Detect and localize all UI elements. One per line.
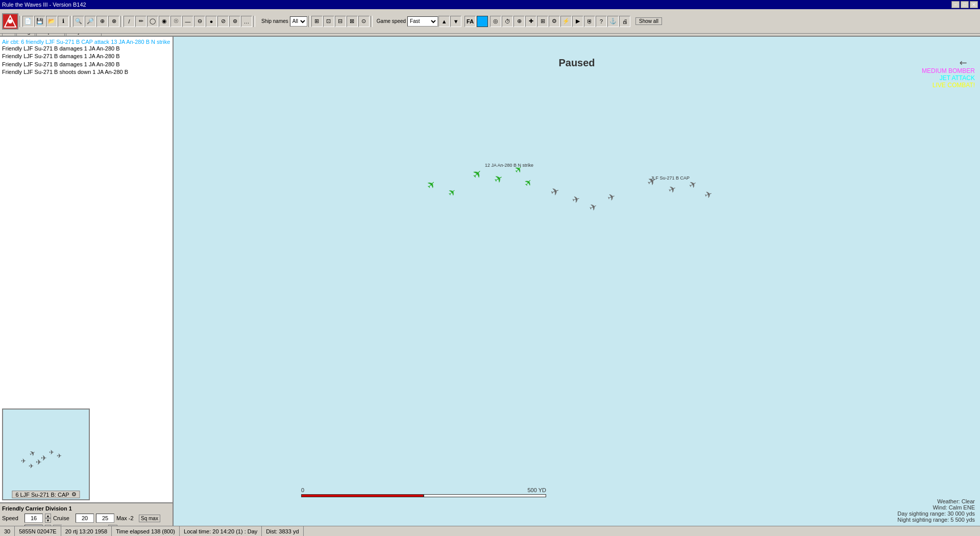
show-all-section: Show all xyxy=(635,17,662,25)
coords-segment: 5855N 02047E xyxy=(15,526,61,536)
svg-text:✈: ✈ xyxy=(549,185,561,198)
view4-button[interactable]: ⊠ xyxy=(347,16,358,27)
mini-map-label: 6 LJF Su-271 B: CAP ⚙ xyxy=(12,491,80,498)
window-controls: − □ ✕ xyxy=(951,1,978,8)
view3-button[interactable]: ⊟ xyxy=(335,16,346,27)
speed-down-button[interactable]: ▼ xyxy=(450,16,461,27)
mini-map-settings-icon[interactable]: ⚙ xyxy=(71,491,77,498)
draw2-button[interactable]: ✏ xyxy=(135,16,146,27)
cog-button[interactable]: ⚙ xyxy=(549,16,560,27)
draw7-button[interactable]: ⊖ xyxy=(194,16,205,27)
sep1 xyxy=(19,16,21,27)
sep2 xyxy=(70,16,72,27)
lightning-button[interactable]: ⚡ xyxy=(560,16,572,27)
max-input[interactable] xyxy=(96,514,114,523)
draw10-button[interactable]: ⊛ xyxy=(229,16,240,27)
print-button[interactable]: 🖨 xyxy=(619,16,630,27)
scale-line xyxy=(301,494,546,497)
info-button[interactable]: ℹ xyxy=(58,16,69,27)
local-time-segment: Local time: 20 14:20 (1) : Day xyxy=(180,526,262,536)
paused-indicator: Paused xyxy=(558,57,595,69)
svg-text:✈: ✈ xyxy=(424,177,438,192)
date-time: 20 rtj 13:20 1958 xyxy=(65,528,108,534)
distance-segment: Dist: 3833 yd xyxy=(262,526,303,536)
new-button[interactable]: 📄 xyxy=(22,16,34,27)
anchor-button[interactable]: ⚓ xyxy=(607,16,619,27)
show-all-button[interactable]: Show all xyxy=(635,17,662,25)
view2-button[interactable]: ⊡ xyxy=(323,16,334,27)
draw8-button[interactable]: ● xyxy=(206,16,217,27)
zoom-in-button[interactable]: 🔍 xyxy=(73,16,84,27)
game-speed-select[interactable]: Fast xyxy=(407,16,438,27)
fa-button[interactable]: FA xyxy=(464,16,476,27)
close-button[interactable]: ✕ xyxy=(970,1,978,8)
zoom-reset-button[interactable]: ⊕ xyxy=(96,16,108,27)
open-button[interactable]: 📂 xyxy=(46,16,57,27)
ship-names-label: Ship names xyxy=(261,18,288,24)
view5-button[interactable]: ⊙ xyxy=(358,16,370,27)
medium-bomber-label: MEDIUM BOMBER xyxy=(922,67,975,74)
cross-button[interactable]: ✚ xyxy=(525,16,536,27)
sep4 xyxy=(253,16,255,27)
app-logo xyxy=(2,13,18,30)
svg-text:✈: ✈ xyxy=(36,458,42,466)
minimize-button[interactable]: − xyxy=(951,1,960,8)
shield-button[interactable]: ⛨ xyxy=(584,16,595,27)
draw3-button[interactable]: ◯ xyxy=(147,16,158,27)
maximize-button[interactable]: □ xyxy=(961,1,969,8)
turn-number: 30 xyxy=(4,528,10,534)
log-entry-4: Friendly LJF Su-271 B shoots down 1 JA A… xyxy=(2,68,170,76)
draw6-button[interactable]: — xyxy=(182,16,193,27)
ship-names-select[interactable]: All xyxy=(290,16,307,27)
view1-button[interactable]: ⊞ xyxy=(311,16,323,27)
cruise-input[interactable] xyxy=(76,514,94,523)
zoom-out-button[interactable]: 🔎 xyxy=(85,16,96,27)
game-speed-section: Game speed Fast ▲ ▼ xyxy=(376,16,461,27)
grid-button[interactable]: ⊞ xyxy=(537,16,548,27)
coordinates: 5855N 02047E xyxy=(19,528,56,534)
game-map[interactable]: Paused ↙ MEDIUM BOMBER JET ATTACK LIVE C… xyxy=(174,37,980,536)
help-button[interactable]: ? xyxy=(596,16,607,27)
datetime-segment: 20 rtj 13:20 1958 xyxy=(61,526,112,536)
local-time: Local time: 20 14:20 (1) : Day xyxy=(184,528,257,534)
weather-panel: Weather: Clear Wind: Calm ENE Day sighti… xyxy=(897,498,975,523)
turn-segment: 30 xyxy=(0,526,15,536)
target-button[interactable]: ⊗ xyxy=(108,16,119,27)
elapsed-segment: Time elapsed 138 (800) xyxy=(112,526,180,536)
log-entry-2: Friendly LJF Su-271 B damages 1 JA An-28… xyxy=(2,53,170,60)
draw5-button[interactable]: ☉ xyxy=(170,16,182,27)
scale-500yd: 500 YD xyxy=(528,487,547,493)
gray-aircraft-group: ✈ ✈ ✈ ✈ ✈ ✈ ✈ ✈ JLF Su-271 B CAP xyxy=(549,174,714,214)
game-speed-label: Game speed xyxy=(377,18,406,24)
mini-map[interactable]: ✈ ✈ ✈ ✈ ✈ ✈ ✈ 6 LJF Su-271 B: CAP ⚙ xyxy=(2,409,90,500)
draw1-button[interactable]: / xyxy=(124,16,135,27)
log-area: Air cbt: 6 friendly LJF Su-271 B CAP att… xyxy=(0,37,173,272)
color-button[interactable] xyxy=(477,16,488,27)
file-buttons: 📄 💾 📂 ℹ xyxy=(22,16,69,27)
svg-text:✈: ✈ xyxy=(606,191,617,203)
play-button[interactable]: ▶ xyxy=(572,16,583,27)
svg-text:✈: ✈ xyxy=(49,449,54,456)
save-button[interactable]: 💾 xyxy=(34,16,45,27)
title-bar: Rule the Waves III - Version B142 − □ ✕ xyxy=(0,0,980,9)
view-buttons: ⊞ ⊡ ⊟ ⊠ ⊙ xyxy=(311,16,370,27)
circle-button[interactable]: ◎ xyxy=(490,16,501,27)
live-combat-label: LIVE COMBAT! xyxy=(922,82,975,89)
day-sighting-label: Day sighting range: 30 000 yds xyxy=(897,511,975,517)
draw4-button[interactable]: ◉ xyxy=(159,16,170,27)
speed-up-btn[interactable]: ▲ xyxy=(45,514,51,518)
sep6 xyxy=(371,16,373,27)
speed-up-button[interactable]: ▲ xyxy=(438,16,450,27)
sep3 xyxy=(120,16,122,27)
scale-zero: 0 xyxy=(301,487,304,493)
distance: Dist: 3833 yd xyxy=(266,528,299,534)
clock-button[interactable]: ⏱ xyxy=(502,16,513,27)
night-sighting-label: Night sighting range: 5 500 yds xyxy=(897,517,975,523)
plus-button[interactable]: ⊕ xyxy=(513,16,525,27)
speed-down-btn[interactable]: ▼ xyxy=(45,518,51,523)
draw9-button[interactable]: ⊘ xyxy=(217,16,229,27)
sq-max-button[interactable]: Sq max xyxy=(139,515,160,522)
speed-input[interactable] xyxy=(24,514,43,523)
draw11-button[interactable]: … xyxy=(241,16,252,27)
log-entry-1: Friendly LJF Su-271 B damages 1 JA An-28… xyxy=(2,45,170,53)
